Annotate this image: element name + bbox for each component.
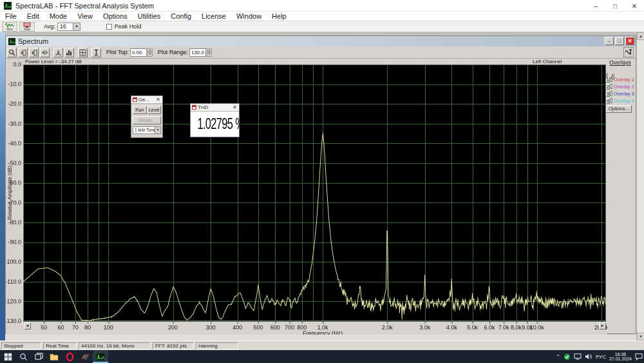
peak-hold-checkbox[interactable]: [106, 24, 112, 30]
menu-item-utilities[interactable]: Utilities: [133, 12, 166, 21]
zoom-tool-button[interactable]: [7, 48, 17, 57]
task-view-icon: [35, 353, 43, 361]
overlay-label: Overlay 4: [614, 98, 634, 104]
main-titlebar: SpectraLAB - FFT Spectral Analysis Syste…: [0, 0, 644, 12]
menu-item-window[interactable]: Window: [231, 12, 267, 21]
overlays-panel: Overlays Set On 1Overlay 12Overlay 23Ove…: [606, 59, 634, 113]
run-button[interactable]: Run: [2, 22, 17, 32]
generator-tone-combo[interactable]: 1 kHz Tone ▼: [133, 126, 161, 134]
mdi-left-strip: [0, 32, 5, 340]
menu-item-view[interactable]: View: [72, 12, 98, 21]
zoom-in-2x-button[interactable]: [18, 48, 28, 57]
thd-close-icon[interactable]: ✕: [232, 104, 237, 110]
search-icon: [19, 353, 28, 361]
start-button[interactable]: [0, 350, 15, 363]
menu-item-help[interactable]: Help: [267, 12, 292, 21]
volume-tray-icon[interactable]: [585, 353, 592, 360]
generator-dialog-titlebar[interactable]: Ge... ✕: [131, 96, 162, 104]
combo-arrow-icon[interactable]: ▼: [155, 127, 160, 133]
scroll-up-icon[interactable]: ▲: [637, 32, 644, 40]
generator-details-button[interactable]: Details...: [133, 116, 161, 124]
avg-combo[interactable]: 16 ▼: [57, 23, 80, 31]
pan-right-button[interactable]: ►: [599, 322, 606, 329]
grid-options-button[interactable]: [78, 48, 88, 57]
windows-logo-icon: [4, 353, 12, 361]
spectrum-plot-canvas[interactable]: [6, 59, 607, 335]
spin-down-icon[interactable]: ▼: [207, 52, 212, 57]
overlay-label: Overlay 1: [614, 77, 634, 83]
notification-center-icon[interactable]: [635, 353, 643, 360]
status-cell: FFT: 8192 pts: [153, 342, 194, 349]
generator-dialog: Ge... ✕ Run Level Details... 1 kHz Tone …: [131, 95, 163, 138]
bars-icon: [66, 49, 73, 56]
scroll-down-icon[interactable]: ▼: [637, 333, 644, 340]
zoom-out-max-button[interactable]: [40, 48, 50, 57]
status-bar: StoppedReal Time44100 Hz, 16 bit, MonoFF…: [0, 340, 644, 350]
overlay-set-button[interactable]: 3: [606, 91, 610, 97]
menu-item-license[interactable]: License: [196, 12, 231, 21]
mdi-horizontal-scrollbar[interactable]: [5, 334, 636, 340]
menu-item-mode[interactable]: Mode: [44, 12, 73, 21]
spectrum-title: Spectrum: [18, 37, 48, 45]
overlays-options-button[interactable]: Options...: [606, 105, 632, 113]
grid-icon: [79, 49, 86, 56]
plot-range-input[interactable]: 130.0: [189, 48, 206, 57]
thd-dialog-titlebar[interactable]: THD ✕: [191, 104, 239, 112]
zoom-out-icon: [30, 49, 37, 56]
taskbar-search-button[interactable]: [15, 350, 31, 363]
stop-button[interactable]: Stop: [19, 22, 35, 32]
close-button[interactable]: ✕: [625, 0, 644, 12]
generator-close-icon[interactable]: ✕: [156, 97, 160, 103]
menu-item-config[interactable]: Config: [166, 12, 196, 21]
plot-panel: Power Level = -34.27 dB Left Channel ◄ ►…: [6, 59, 636, 333]
combo-arrow-icon[interactable]: ▼: [73, 23, 80, 30]
thd-dialog-title: THD: [198, 104, 232, 110]
menu-item-edit[interactable]: Edit: [22, 12, 44, 21]
tray-clock[interactable]: 16:36 27.01.2024: [609, 352, 632, 361]
generator-run-button[interactable]: Run: [133, 106, 147, 114]
plot-top-input[interactable]: 0.00: [130, 48, 147, 57]
plot-top-spinner[interactable]: ▲ ▼: [147, 48, 153, 57]
spectralab-icon: [96, 353, 105, 361]
spectrum-minimize-button[interactable]: –: [605, 37, 614, 45]
maximize-button[interactable]: □: [605, 0, 625, 12]
overlay-checkbox[interactable]: [611, 98, 612, 103]
media-app-button[interactable]: [77, 350, 93, 363]
spectrum-toolbar: Plot Top: 0.00 ▲ ▼ Plot Range: 130.0 ▲ ▼: [6, 46, 636, 59]
spectrum-maximize-button[interactable]: □: [615, 37, 624, 45]
menu-item-options[interactable]: Options: [98, 12, 133, 21]
peak-cursor-button[interactable]: [53, 48, 63, 57]
overlay-checkbox[interactable]: [611, 84, 612, 89]
opera-browser-button[interactable]: [62, 350, 77, 363]
spectrum-window-icon: [8, 38, 15, 45]
network-tray-icon[interactable]: [574, 353, 582, 360]
menu-item-file[interactable]: File: [0, 12, 22, 21]
zoom-out-2x-button[interactable]: [29, 48, 39, 57]
generator-level-button[interactable]: Level: [147, 106, 162, 114]
overlay-set-button[interactable]: 4: [606, 98, 610, 104]
pan-left-button[interactable]: ◄: [24, 322, 31, 329]
plot-range-spinner[interactable]: ▲ ▼: [207, 48, 212, 57]
marker-tool-button[interactable]: [91, 48, 101, 57]
bar-display-button[interactable]: [64, 48, 74, 57]
avg-label: Avg:: [44, 23, 55, 30]
language-indicator[interactable]: РУС: [596, 354, 606, 360]
status-cell: Hanning: [196, 342, 238, 349]
peak-marker-icon: [55, 49, 62, 56]
spin-down-icon[interactable]: ▼: [147, 52, 153, 57]
overlay-row: 4Overlay 4: [606, 97, 634, 104]
mdi-vertical-scrollbar[interactable]: ▲ ▼: [636, 32, 644, 340]
spectrum-close-button[interactable]: ✕: [625, 37, 634, 45]
spectrum-titlebar[interactable]: Spectrum – □ ✕: [6, 36, 636, 46]
overlays-rows: 1Overlay 12Overlay 23Overlay 34Overlay 4: [606, 76, 634, 104]
antivirus-tray-icon[interactable]: [564, 353, 571, 360]
tray-chevron-icon[interactable]: ⌃: [556, 354, 560, 360]
amplitude-time-button[interactable]: [623, 47, 634, 57]
file-explorer-button[interactable]: [46, 350, 62, 363]
overlay-checkbox[interactable]: [611, 91, 612, 96]
task-view-button[interactable]: [31, 350, 46, 363]
overlay-label: Overlay 3: [614, 91, 634, 97]
minimize-button[interactable]: –: [586, 0, 605, 12]
overlay-set-button[interactable]: 2: [606, 84, 610, 90]
spectralab-taskbar-button[interactable]: [93, 350, 108, 363]
